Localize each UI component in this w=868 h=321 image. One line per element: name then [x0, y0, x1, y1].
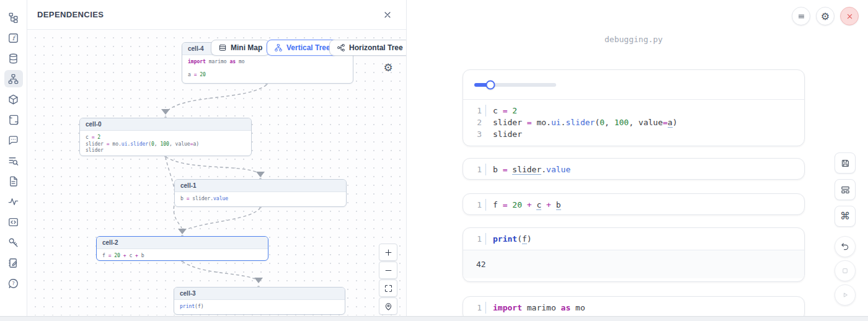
sidebar-item-help[interactable]: ?	[4, 275, 23, 292]
slider-handle[interactable]	[486, 80, 495, 89]
code-editor[interactable]: 1print(f)	[463, 228, 804, 250]
undo-button[interactable]	[835, 236, 856, 257]
dependency-graph-icon	[7, 73, 19, 85]
dependency-graph-canvas[interactable]: cell-4 import marimo as moa = 20 cell-0 …	[27, 30, 406, 315]
dependencies-header: DEPENDENCIES	[27, 0, 406, 30]
undo-icon	[840, 242, 850, 252]
sidebar-item-secrets[interactable]	[4, 234, 23, 251]
svg-text:f: f	[12, 34, 17, 41]
fit-view-button[interactable]	[379, 279, 397, 297]
layout-button[interactable]	[835, 179, 856, 200]
vertical-tree-icon	[274, 43, 283, 52]
document-icon	[7, 175, 19, 187]
panel-title: DEPENDENCIES	[37, 10, 104, 19]
minimap-label: Mini Map	[231, 43, 262, 52]
save-button[interactable]	[835, 152, 856, 174]
fit-view-icon	[384, 284, 393, 293]
notebook-cell-b[interactable]: 1b = slider.value	[463, 158, 805, 180]
scroll-icon	[7, 114, 19, 126]
graph-node-code: c = 2slider = mo.ui.slider(0, 100, value…	[80, 131, 251, 156]
keyboard-shortcuts-button[interactable]: ⌘	[835, 206, 856, 227]
minimap-icon	[218, 43, 227, 52]
left-icon-rail: f	[0, 0, 27, 321]
database-icon	[7, 53, 19, 64]
notebook-area: debugging.py ⚙ 1c = 22slider = mo.ui.sli…	[407, 0, 868, 321]
graph-node-cell-2[interactable]: cell-2 f = 20 + c + b	[96, 236, 268, 261]
activity-icon	[7, 196, 19, 208]
graph-node-title: cell-3	[174, 288, 345, 300]
sidebar-item-scratchpad[interactable]	[4, 254, 23, 271]
function-icon: f	[7, 32, 19, 44]
key-icon	[7, 237, 19, 248]
shutdown-x-icon	[845, 12, 854, 21]
minimap-view-button[interactable]: Mini Map	[211, 40, 270, 56]
menu-icon	[797, 12, 806, 21]
slider-widget[interactable]	[474, 80, 556, 89]
notebook-cell-slider[interactable]: 1c = 22slider = mo.ui.slider(0, 100, val…	[463, 69, 805, 146]
sidebar-item-tracebacks[interactable]	[4, 152, 23, 169]
sidebar-item-documentation[interactable]	[4, 172, 23, 190]
graph-node-code: print(f)	[174, 300, 345, 314]
file-tree-icon	[7, 12, 19, 24]
vertical-tree-view-button[interactable]: Vertical Tree	[267, 40, 338, 56]
sidebar-item-datasources[interactable]	[4, 50, 23, 67]
gear-icon: ⚙	[821, 11, 830, 22]
graph-node-cell-0[interactable]: cell-0 c = 2slider = mo.ui.slider(0, 100…	[79, 118, 252, 156]
sidebar-item-dependencies[interactable]	[4, 70, 23, 87]
stop-button[interactable]	[835, 260, 856, 281]
notebook-filename: debugging.py	[463, 35, 805, 44]
notebook-menu-button[interactable]	[792, 7, 810, 25]
code-editor[interactable]: 1b = slider.value	[463, 159, 804, 180]
code-editor[interactable]: 1c = 22slider = mo.ui.slider(0, 100, val…	[463, 100, 804, 145]
notebook-cell-print[interactable]: 1print(f) 42	[463, 227, 805, 282]
shutdown-button[interactable]	[840, 7, 859, 25]
chat-icon	[7, 134, 19, 146]
help-icon: ?	[7, 278, 19, 289]
zoom-out-icon	[384, 266, 393, 275]
marimo-app: f	[0, 0, 868, 321]
cell-output-text: 42	[463, 250, 804, 278]
center-selection-button[interactable]	[379, 297, 397, 315]
horizontal-tree-view-button[interactable]: Horizontal Tree	[329, 40, 406, 56]
notebook-settings-button[interactable]: ⚙	[816, 7, 835, 25]
graph-settings-button[interactable]: ⚙	[381, 61, 395, 74]
bottom-strip	[0, 316, 868, 321]
sidebar-item-snippets[interactable]	[4, 213, 23, 231]
vertical-tree-label: Vertical Tree	[286, 43, 330, 52]
horizontal-tree-label: Horizontal Tree	[349, 43, 403, 52]
location-pin-icon	[384, 302, 393, 311]
svg-text:?: ?	[12, 281, 14, 286]
sidebar-item-functions[interactable]: f	[4, 29, 23, 46]
gear-icon: ⚙	[383, 61, 392, 74]
graph-node-code: f = 20 + c + b	[97, 249, 268, 261]
command-icon: ⌘	[840, 211, 850, 221]
layout-icon	[840, 185, 851, 195]
zoom-in-icon	[384, 248, 393, 257]
close-icon	[383, 10, 392, 20]
save-icon	[840, 158, 851, 169]
package-icon	[7, 94, 19, 105]
graph-node-title: cell-2	[97, 237, 268, 249]
graph-node-cell-1[interactable]: cell-1 b = slider.value	[174, 179, 347, 207]
sidebar-item-logs[interactable]	[4, 111, 23, 128]
sidebar-item-file-explorer[interactable]	[4, 9, 23, 26]
graph-node-code: import marimo as moa = 20	[182, 55, 353, 82]
close-panel-button[interactable]	[379, 6, 396, 24]
sidebar-item-packages[interactable]	[4, 90, 23, 108]
graph-node-cell-3[interactable]: cell-3 print(f)	[174, 287, 345, 315]
run-button[interactable]	[835, 284, 856, 306]
sidebar-item-chat[interactable]	[4, 131, 23, 149]
sidebar-item-variables[interactable]	[4, 193, 23, 210]
zoom-out-button[interactable]	[379, 262, 397, 279]
zoom-in-button[interactable]	[379, 244, 397, 261]
graph-node-title: cell-1	[175, 180, 346, 192]
graph-node-title: cell-0	[80, 118, 251, 131]
horizontal-tree-icon	[337, 43, 345, 52]
graph-node-code: b = slider.value	[175, 192, 346, 206]
stop-icon	[840, 266, 850, 276]
code-editor[interactable]: 1f = 20 + c + b	[463, 194, 804, 215]
cell-output-area	[463, 70, 804, 100]
scratchpad-icon	[7, 257, 19, 269]
notebook-cell-f[interactable]: 1f = 20 + c + b	[463, 193, 805, 215]
search-logs-icon	[7, 155, 19, 167]
